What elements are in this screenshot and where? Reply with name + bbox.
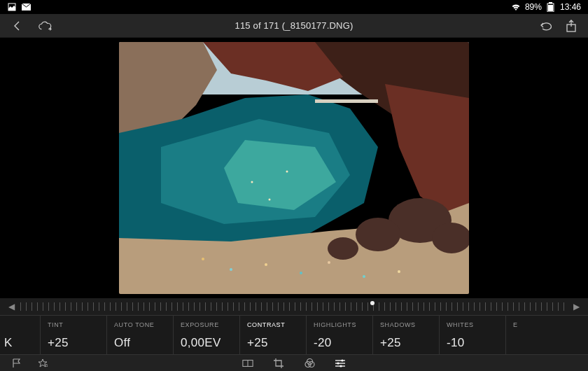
battery-icon: [546, 2, 556, 12]
adjust-value: +25: [380, 336, 432, 350]
svg-point-11: [202, 258, 204, 260]
svg-point-16: [363, 275, 365, 278]
adjust-icon[interactable]: [335, 358, 346, 369]
crop-icon[interactable]: [273, 358, 284, 369]
adjust-value: +25: [247, 336, 299, 350]
svg-point-18: [251, 181, 253, 183]
adjust-value: +25: [48, 336, 99, 350]
adjust-value: 0,00EV: [181, 336, 232, 350]
svg-point-10: [328, 237, 358, 260]
svg-point-15: [328, 261, 330, 264]
adjust-cell-highlights[interactable]: HIGHLIGHTS-20: [307, 316, 373, 354]
svg-rect-4: [548, 5, 553, 11]
mail-icon: [21, 2, 31, 12]
ruler-next-icon[interactable]: ▶: [573, 302, 580, 312]
page-title: 115 of 171 (_8150177.DNG): [234, 20, 353, 31]
undo-icon[interactable]: [539, 19, 553, 33]
svg-point-12: [230, 268, 232, 271]
adjust-cell-tint[interactable]: TINT+25: [41, 316, 107, 354]
adjust-label: TINT: [48, 321, 99, 328]
svg-text:5: 5: [46, 363, 48, 368]
adjust-label: CONTRAST: [247, 321, 299, 328]
cloud-sync-icon[interactable]: [38, 19, 52, 33]
adjust-cell-shadows[interactable]: SHADOWS+25: [373, 316, 440, 354]
gallery-icon: [7, 2, 17, 12]
adjust-label: EXPOSURE: [181, 321, 232, 328]
adjust-value: K: [4, 336, 33, 350]
svg-rect-21: [315, 99, 378, 103]
share-icon[interactable]: [564, 19, 578, 33]
wifi-icon: [511, 2, 521, 12]
ruler-marker[interactable]: [370, 301, 374, 305]
adjust-cell-contrast[interactable]: CONTRAST+25: [240, 316, 307, 354]
adjust-label: E: [513, 321, 518, 328]
adjust-cell-whites[interactable]: WHITES-10: [440, 316, 506, 354]
back-icon[interactable]: [10, 19, 24, 33]
adjust-cell-exposure[interactable]: EXPOSURE0,00EV: [174, 316, 240, 354]
svg-point-8: [356, 218, 400, 251]
adjust-value: -20: [314, 336, 365, 350]
svg-point-29: [341, 359, 343, 361]
svg-point-17: [398, 270, 400, 273]
clock-time: 13:46: [560, 2, 581, 12]
adjustment-ruler[interactable]: [20, 302, 568, 311]
adjust-cell-auto-tone[interactable]: AUTO TONEOff: [107, 316, 174, 354]
svg-point-31: [337, 362, 339, 364]
adjust-label: AUTO TONE: [114, 321, 166, 328]
svg-point-20: [269, 199, 271, 201]
adjust-label: HIGHLIGHTS: [314, 321, 365, 328]
adjust-value: -10: [447, 336, 498, 350]
adjust-cell-e[interactable]: E: [506, 316, 525, 354]
svg-point-13: [265, 263, 267, 266]
flag-icon[interactable]: [11, 358, 22, 369]
svg-point-19: [286, 171, 288, 173]
ruler-prev-icon[interactable]: ◀: [8, 302, 15, 312]
presets-icon[interactable]: [304, 358, 315, 369]
adjust-label: SHADOWS: [380, 321, 432, 328]
rate-icon[interactable]: 5: [38, 358, 49, 369]
adjust-label: WHITES: [447, 321, 498, 328]
compare-icon[interactable]: [242, 358, 253, 369]
battery-percent: 89%: [525, 2, 542, 12]
adjust-cell-partial-0[interactable]: K: [0, 316, 41, 354]
adjust-value: Off: [114, 336, 166, 350]
svg-point-14: [300, 272, 302, 274]
svg-point-33: [340, 365, 342, 367]
image-canvas[interactable]: [0, 38, 588, 298]
